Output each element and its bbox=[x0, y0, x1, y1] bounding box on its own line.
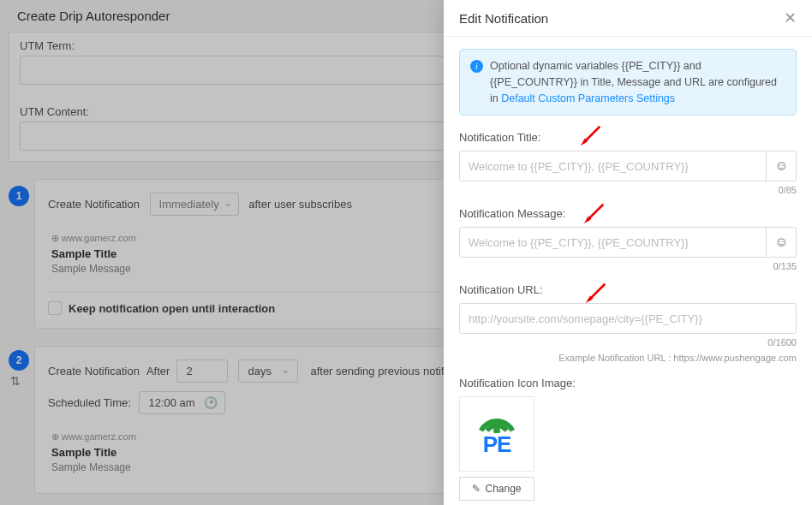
keep-open-label: Keep notification open until interaction bbox=[69, 302, 275, 315]
sort-icon[interactable]: ⇅ bbox=[10, 374, 21, 388]
notification-icon-label: Notification Icon Image: bbox=[459, 377, 797, 389]
notification-url-label: Notification URL: bbox=[459, 283, 797, 296]
notification-message-2: Sample Message bbox=[51, 461, 136, 473]
create-notification-label-2: Create Notification bbox=[48, 365, 140, 377]
example-url-text: Example Notification URL : https://www.p… bbox=[459, 353, 797, 363]
notification-title: Sample Title bbox=[51, 247, 136, 260]
default-params-link[interactable]: Default Custom Parameters Settings bbox=[501, 92, 675, 104]
edit-notification-panel: Edit Notification ✕ i Optional dynamic v… bbox=[444, 0, 812, 505]
scheduled-time-input[interactable]: 12:00 am🕑 bbox=[139, 391, 224, 414]
panel-title: Edit Notification bbox=[459, 11, 548, 26]
create-notification-label: Create Notification bbox=[48, 198, 140, 211]
after-label: After bbox=[146, 365, 170, 377]
days-unit-select[interactable]: days bbox=[238, 359, 298, 383]
notification-message-input[interactable] bbox=[459, 227, 797, 258]
info-icon: i bbox=[470, 60, 483, 73]
step-badge-1: 1 bbox=[9, 186, 29, 206]
url-counter: 0/1600 bbox=[459, 337, 797, 348]
notification-message-label: Notification Message: bbox=[459, 207, 797, 220]
notification-title-label: Notification Title: bbox=[459, 131, 797, 144]
scheduled-time-label: Scheduled Time: bbox=[48, 396, 131, 409]
days-number-input[interactable]: 2 bbox=[176, 359, 228, 383]
emoji-icon[interactable]: ☺ bbox=[766, 151, 797, 181]
site-url: ⊕ www.gamerz.com bbox=[51, 233, 136, 244]
step-badge-2: 2 bbox=[9, 350, 29, 371]
site-url-2: ⊕ www.gamerz.com bbox=[51, 431, 136, 443]
edit-icon: ✎ bbox=[472, 483, 481, 495]
timing-select[interactable]: Immediately bbox=[150, 193, 239, 216]
after-subscribe-label: after user subscribes bbox=[248, 198, 352, 211]
change-icon-button[interactable]: ✎Change bbox=[459, 477, 534, 501]
notification-title-2: Sample Title bbox=[51, 446, 136, 459]
notification-title-input[interactable] bbox=[459, 151, 797, 181]
message-counter: 0/135 bbox=[459, 261, 797, 271]
info-box: i Optional dynamic variables {{PE_CITY}}… bbox=[459, 49, 797, 116]
icon-preview: PE bbox=[459, 396, 534, 472]
title-counter: 0/85 bbox=[459, 185, 797, 195]
notification-message: Sample Message bbox=[51, 263, 136, 275]
emoji-icon[interactable]: ☺ bbox=[766, 227, 797, 258]
keep-open-checkbox[interactable] bbox=[48, 301, 62, 315]
notification-url-input[interactable] bbox=[459, 303, 797, 334]
close-panel-icon[interactable]: ✕ bbox=[784, 9, 797, 27]
